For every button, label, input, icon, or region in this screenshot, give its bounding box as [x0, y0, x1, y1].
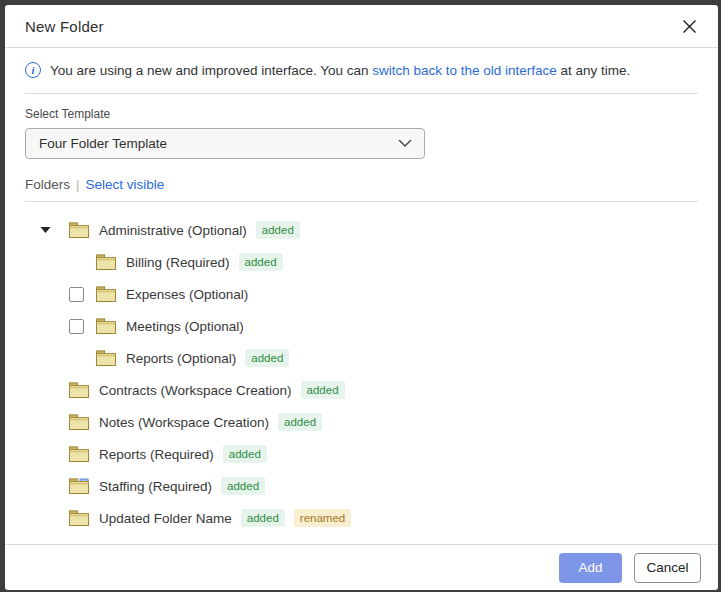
folder-icon — [96, 350, 116, 366]
info-icon: i — [25, 62, 41, 78]
folder-blue-tab-icon — [69, 478, 89, 494]
close-icon[interactable] — [678, 15, 700, 37]
tree-row: Meetings (Optional) — [25, 310, 698, 342]
tree-row: Administrative (Optional)added — [25, 214, 698, 246]
folders-label: Folders — [25, 177, 70, 192]
tree-row: Expenses (Optional) — [25, 278, 698, 310]
tree-row: Updated Folder Nameaddedrenamed — [25, 502, 698, 534]
dialog-footer: Add Cancel — [5, 544, 718, 590]
folder-icon — [96, 254, 116, 270]
folder-icon — [96, 286, 116, 302]
added-badge: added — [221, 477, 265, 495]
add-button[interactable]: Add — [559, 553, 622, 583]
folder-icon — [69, 382, 89, 398]
added-badge: added — [278, 413, 322, 431]
folder-label: Billing (Required) — [126, 255, 230, 270]
banner-text: You are using a new and improved interfa… — [50, 63, 630, 78]
folder-icon — [96, 318, 116, 334]
folder-checkbox[interactable] — [69, 319, 84, 334]
tree-row: Notes (Workspace Creation)added — [25, 406, 698, 438]
folder-icon — [69, 414, 89, 430]
folder-icon — [69, 446, 89, 462]
cancel-button[interactable]: Cancel — [634, 553, 701, 583]
added-badge: added — [241, 509, 285, 527]
new-folder-dialog: New Folder i You are using a new and imp… — [5, 5, 718, 590]
added-badge: added — [223, 445, 267, 463]
added-badge: added — [245, 349, 289, 367]
folder-label: Contracts (Workspace Creation) — [99, 383, 292, 398]
select-template-label: Select Template — [25, 107, 698, 121]
tree-row: Staffing (Required)added — [25, 470, 698, 502]
tree-row: Reports (Optional)added — [25, 342, 698, 374]
template-section: Select Template Four Folder Template — [25, 107, 698, 159]
folder-label: Expenses (Optional) — [126, 287, 248, 302]
added-badge: added — [301, 381, 345, 399]
folder-icon — [69, 222, 89, 238]
folder-icon — [69, 510, 89, 526]
template-selected-value: Four Folder Template — [39, 136, 167, 151]
folder-tree: Administrative (Optional)added Billing (… — [5, 202, 718, 534]
folder-label: Reports (Required) — [99, 447, 214, 462]
added-badge: added — [239, 253, 283, 271]
folder-label: Meetings (Optional) — [126, 319, 244, 334]
tree-row: Reports (Required)added — [25, 438, 698, 470]
renamed-badge: renamed — [294, 509, 351, 527]
folder-label: Updated Folder Name — [99, 511, 232, 526]
expand-collapse-icon[interactable] — [37, 222, 53, 238]
folder-label: Administrative (Optional) — [99, 223, 247, 238]
tree-row: Billing (Required)added — [25, 246, 698, 278]
added-badge: added — [256, 221, 300, 239]
dialog-title: New Folder — [25, 18, 104, 35]
folders-separator: | — [76, 177, 80, 192]
folders-header: Folders|Select visible — [25, 159, 698, 202]
tree-row: Contracts (Workspace Creation)added — [25, 374, 698, 406]
folder-label: Reports (Optional) — [126, 351, 236, 366]
dialog-header: New Folder — [5, 5, 718, 48]
banner-text-after: at any time. — [557, 63, 631, 78]
folder-label: Notes (Workspace Creation) — [99, 415, 269, 430]
select-visible-link[interactable]: Select visible — [86, 177, 165, 192]
folder-label: Staffing (Required) — [99, 479, 212, 494]
switch-back-link[interactable]: switch back to the old interface — [372, 63, 557, 78]
folder-checkbox[interactable] — [69, 287, 84, 302]
interface-info-banner: i You are using a new and improved inter… — [25, 48, 698, 94]
chevron-down-icon — [398, 139, 412, 148]
banner-text-before: You are using a new and improved interfa… — [50, 63, 372, 78]
template-select[interactable]: Four Folder Template — [25, 128, 425, 159]
